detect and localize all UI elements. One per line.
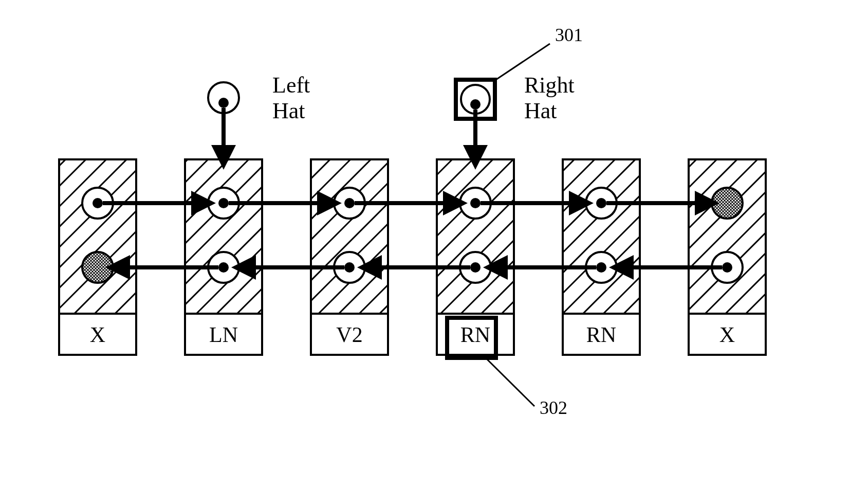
- svg-point-22: [218, 262, 229, 273]
- svg-rect-12: [563, 159, 640, 314]
- svg-point-24: [344, 198, 355, 208]
- svg-point-34: [596, 262, 606, 273]
- box-2-label: V2: [336, 323, 362, 347]
- svg-point-26: [344, 262, 355, 273]
- box-3-label: RN: [460, 323, 490, 347]
- box-1-label: LN: [209, 323, 238, 347]
- svg-point-30: [470, 262, 481, 273]
- left-hat-label-1: Left: [272, 73, 310, 98]
- right-hat-label-2: Hat: [524, 98, 557, 123]
- svg-point-41: [470, 99, 481, 110]
- svg-point-18: [82, 252, 113, 283]
- box-4-label: RN: [586, 323, 616, 347]
- box-0-label: X: [90, 323, 105, 347]
- left-hat-label-2: Hat: [272, 98, 305, 123]
- callout-302-label: 302: [540, 397, 567, 418]
- svg-point-39: [218, 98, 229, 108]
- svg-point-28: [470, 198, 481, 208]
- svg-point-37: [722, 262, 732, 273]
- callout-302-leader: [486, 358, 534, 406]
- svg-rect-14: [689, 159, 766, 314]
- svg-rect-8: [311, 159, 388, 314]
- node-b0-lower: [82, 252, 113, 283]
- svg-rect-10: [437, 159, 514, 314]
- svg-rect-4: [59, 159, 136, 314]
- right-hat-label-1: Right: [524, 73, 575, 98]
- callout-301-label: 301: [555, 25, 583, 45]
- svg-point-32: [596, 198, 606, 208]
- box-5-label: X: [719, 323, 735, 347]
- svg-rect-6: [185, 159, 262, 314]
- svg-point-35: [712, 188, 743, 219]
- node-b5-upper: [712, 188, 743, 219]
- svg-point-17: [93, 198, 103, 208]
- svg-point-20: [218, 198, 229, 208]
- diagram-svg: X LN V2 RN RN X: [0, 0, 868, 488]
